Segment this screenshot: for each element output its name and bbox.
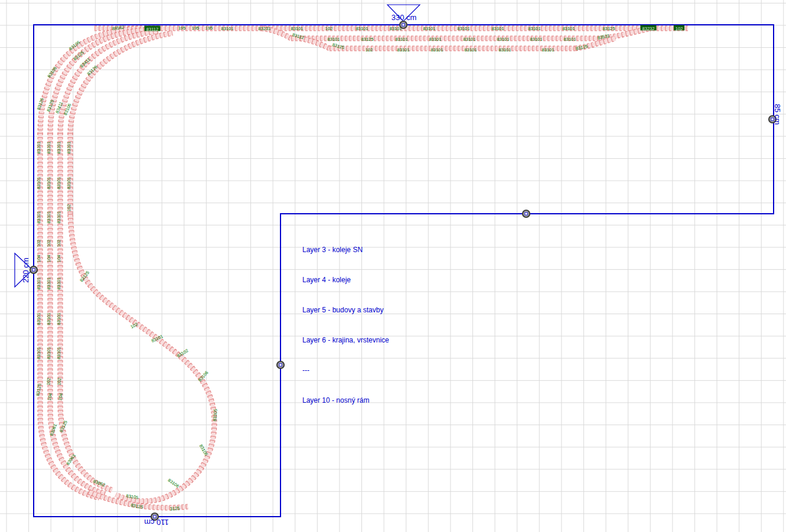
track-part-label: 102 <box>366 47 373 53</box>
track-part-label: 83101 <box>36 177 41 190</box>
svg-text:83101: 83101 <box>499 47 511 53</box>
track-part-label: 83101 <box>66 142 71 154</box>
reference-point-marker[interactable] <box>30 266 37 273</box>
track-part-label: 83101 <box>356 26 368 31</box>
track-part-label: 83101 <box>492 26 504 31</box>
svg-text:83101: 83101 <box>497 37 510 42</box>
svg-text:83101: 83101 <box>492 26 504 31</box>
svg-text:83125: 83125 <box>361 37 374 42</box>
svg-text:83101: 83101 <box>36 347 41 360</box>
reference-markers[interactable] <box>30 21 776 520</box>
svg-text:83101: 83101 <box>36 142 41 154</box>
svg-text:83101: 83101 <box>56 211 61 224</box>
svg-text:83101: 83101 <box>36 211 41 224</box>
svg-text:83101: 83101 <box>56 278 61 290</box>
track-part-label: 102 <box>46 240 51 247</box>
track-part-label: 83101 <box>46 313 51 325</box>
track-part-label: 83125 <box>361 37 374 42</box>
layer-legend-item: --- <box>302 365 389 376</box>
track-part-label: 83101 <box>396 37 408 42</box>
track-part-label: 104 <box>46 255 51 263</box>
svg-text:83101: 83101 <box>530 37 543 42</box>
track-part-label: 83101 <box>530 37 543 42</box>
track-part-label: 102 <box>674 25 684 31</box>
layer-legend-item: Layer 3 - koleje SN <box>302 245 389 255</box>
svg-text:83101: 83101 <box>396 37 408 42</box>
track-part-label: 83231 <box>259 26 271 31</box>
track-part-label: 83112 <box>145 26 161 32</box>
reference-point-marker[interactable] <box>523 210 530 217</box>
track-part-label: 102 <box>56 240 61 247</box>
svg-text:102: 102 <box>66 204 71 212</box>
svg-text:83101: 83101 <box>564 37 576 42</box>
track-part-label: 83105 <box>212 409 218 422</box>
svg-text:83101: 83101 <box>423 26 436 31</box>
baseboard-outline[interactable] <box>34 25 774 517</box>
svg-text:102: 102 <box>366 47 373 53</box>
layer-legend-item: Layer 6 - krajina, vrstevnice <box>302 335 389 345</box>
svg-text:102: 102 <box>36 240 41 247</box>
svg-text:83101: 83101 <box>46 142 51 154</box>
track-part-label: 104 <box>36 255 41 263</box>
track-part-label: 102 <box>45 377 51 385</box>
svg-text:83101: 83101 <box>46 278 51 290</box>
track-part-label: 83101 <box>46 142 51 154</box>
svg-text:83125: 83125 <box>603 26 615 31</box>
track-part-label: 83101 <box>397 47 410 53</box>
track-part-label: 83106 <box>167 478 180 489</box>
svg-text:83101: 83101 <box>56 177 61 190</box>
track-part-label: 83101 <box>464 37 476 42</box>
track-part-label: 83101 <box>36 142 41 154</box>
svg-text:83101: 83101 <box>56 347 61 360</box>
svg-text:83106: 83106 <box>198 443 209 457</box>
svg-text:83101: 83101 <box>36 278 41 290</box>
track-part-label: 83101 <box>56 278 61 290</box>
track-part-label: 83101 <box>328 37 340 42</box>
svg-text:83232: 83232 <box>643 26 655 31</box>
svg-text:83101: 83101 <box>431 47 443 53</box>
reference-point-marker[interactable] <box>277 361 284 368</box>
track-part-label: 195 <box>192 25 200 31</box>
svg-text:83101: 83101 <box>397 47 410 53</box>
track-part-label: 83101 <box>56 347 61 360</box>
dimension-label-left: 220 cm <box>21 257 30 283</box>
track-part-label: 83101 <box>36 347 41 360</box>
track-part-label: 83101 <box>431 47 443 53</box>
svg-text:83106: 83106 <box>167 478 180 489</box>
svg-text:83101: 83101 <box>36 313 41 325</box>
svg-text:83101: 83101 <box>291 26 304 31</box>
dimension-label-right: 85 cm <box>773 104 782 125</box>
dimension-label-bottom: 110 cm <box>139 518 174 527</box>
baseboard-frame[interactable] <box>34 25 774 517</box>
svg-text:104: 104 <box>56 255 61 263</box>
track-part-label: 83101 <box>529 26 541 31</box>
svg-text:83101: 83101 <box>529 26 541 31</box>
svg-text:104: 104 <box>46 255 51 263</box>
reference-point-marker[interactable] <box>400 21 407 28</box>
dimension-label-top: 330 cm <box>387 13 421 22</box>
layer-legend-item: Layer 5 - budovy a stavby <box>302 305 389 315</box>
track-part-label: 83101 <box>563 26 575 31</box>
track-part-label: 83106 <box>198 443 209 457</box>
svg-text:102: 102 <box>56 240 61 247</box>
track-part-label: 83101 <box>46 177 51 190</box>
track-part-label: 83125 <box>603 26 615 31</box>
svg-text:83101: 83101 <box>464 37 476 42</box>
track-part-label: 83101 <box>36 313 41 325</box>
track-plan-canvas[interactable]: 8856283112195195195831018323183101102831… <box>0 0 786 532</box>
track-part-label: 83101 <box>499 47 511 53</box>
svg-text:83101: 83101 <box>66 142 71 154</box>
svg-text:102: 102 <box>56 377 62 385</box>
svg-text:83101: 83101 <box>36 177 41 190</box>
track-part-label: 102 <box>66 204 71 212</box>
track-part-label: 83101 <box>56 211 61 224</box>
track-part-label: 83101 <box>66 177 71 190</box>
svg-text:3125: 3125 <box>169 505 180 511</box>
svg-text:83101: 83101 <box>66 177 71 190</box>
track-part-label: 83101 <box>36 211 41 224</box>
track-piece[interactable] <box>70 214 214 501</box>
svg-text:83101: 83101 <box>465 47 477 53</box>
track-part-label: 83101 <box>465 47 477 53</box>
track-part-label: 102 <box>56 377 62 385</box>
track-part-label: 102 <box>36 240 41 247</box>
